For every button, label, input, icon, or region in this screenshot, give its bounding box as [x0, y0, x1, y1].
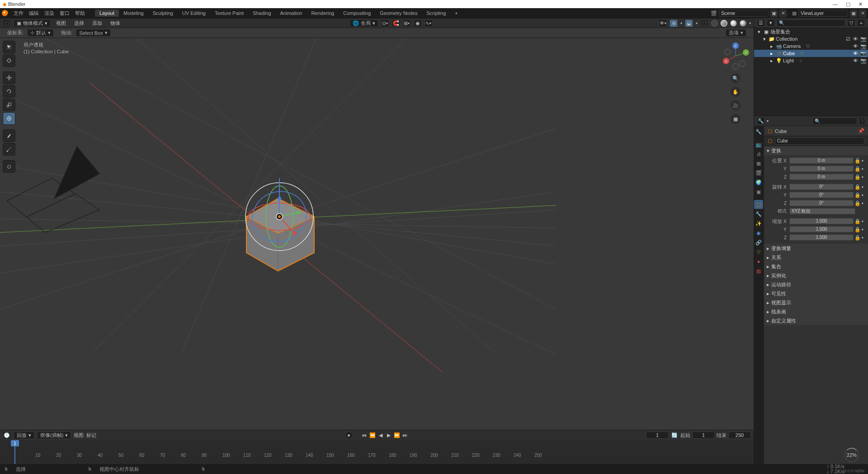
pan-button[interactable]: ✋	[731, 87, 741, 97]
outliner-display-mode[interactable]: ▾	[767, 19, 775, 27]
maximize-button[interactable]: ▢	[846, 1, 850, 7]
panel-header[interactable]: ▸实例化	[764, 271, 868, 280]
tab-constraints[interactable]: 🔗	[754, 238, 763, 247]
camera-icon[interactable]: 📷	[860, 43, 866, 49]
outliner-item-cube[interactable]: ▸ ▽ Cube ▽ 👁 📷	[754, 50, 868, 57]
tab-texture[interactable]: ▨	[754, 266, 763, 275]
ws-add[interactable]: +	[450, 9, 462, 17]
outliner-item-camera[interactable]: ▸ 📹 Camera ▽ 👁 📷	[754, 43, 868, 50]
panel-header[interactable]: ▸自定义属性	[764, 316, 868, 325]
tab-data[interactable]: ▽	[754, 247, 763, 256]
keying-dropdown[interactable]: 抠像(插帧)▾	[37, 431, 71, 439]
vp-menu-add[interactable]: 添加	[90, 19, 105, 28]
outliner-search-input[interactable]	[777, 19, 845, 27]
panel-transform-header[interactable]: ▾ 变换	[764, 146, 868, 155]
menu-help[interactable]: 帮助	[72, 9, 88, 18]
shading-dropdown[interactable]: ▾	[749, 21, 751, 25]
eye-icon[interactable]: 👁	[853, 58, 859, 64]
tab-object[interactable]: ▢	[754, 200, 763, 209]
tool-annotate[interactable]	[3, 129, 15, 142]
tool-add-cube[interactable]	[3, 160, 15, 173]
lock-icon[interactable]: 🔒	[854, 184, 861, 190]
tab-physics[interactable]: ◉	[754, 228, 763, 237]
tool-scale[interactable]	[3, 99, 15, 111]
shading-material[interactable]	[730, 20, 737, 27]
proportional-falloff-button[interactable]: ∿▾	[425, 19, 433, 27]
pin-icon[interactable]: 📌	[858, 128, 864, 134]
ws-texture-paint[interactable]: Texture Paint	[210, 9, 248, 17]
next-keyframe-button[interactable]: ⏩	[393, 431, 401, 439]
scene-new-button[interactable]: ▣	[770, 9, 778, 17]
outliner-tree[interactable]: ▾ ▣ 场景集合 ▾ 📁 Collection ☑ 👁 📷 ▸ �	[754, 28, 868, 116]
scale-y-input[interactable]: 1.000	[789, 226, 854, 232]
tab-collection[interactable]: ▣	[754, 187, 763, 196]
camera-icon[interactable]: 📷	[860, 51, 866, 57]
tool-select-box[interactable]	[3, 41, 15, 53]
tab-material[interactable]: ●	[754, 257, 763, 266]
jump-start-button[interactable]: ⏮	[361, 431, 368, 439]
tab-scene[interactable]: 🎬	[754, 168, 763, 177]
panel-header[interactable]: ▸关系	[764, 253, 868, 262]
ws-shading[interactable]: Shading	[248, 9, 275, 17]
ws-compositing[interactable]: Compositing	[339, 9, 375, 17]
object-name-input[interactable]	[775, 137, 864, 145]
rot-y-input[interactable]: 0°	[789, 192, 854, 198]
3d-viewport[interactable]: 用户透视 (1) Collection | Cube Z Y X	[0, 38, 754, 430]
end-frame-input[interactable]	[728, 431, 751, 439]
lock-icon[interactable]: 🔒	[854, 235, 861, 241]
proportional-button[interactable]: ◉	[414, 19, 422, 27]
tab-world[interactable]: 🌍	[754, 178, 763, 187]
viewlayer-input[interactable]	[798, 9, 848, 17]
minimize-button[interactable]: —	[833, 1, 838, 7]
eye-icon[interactable]: 👁	[853, 43, 859, 49]
tool-measure[interactable]	[3, 143, 15, 156]
start-frame-input[interactable]	[692, 431, 715, 439]
prev-keyframe-button[interactable]: ⏪	[369, 431, 376, 439]
timeline-editor-type[interactable]: 🕐	[3, 431, 11, 439]
mode-dropdown[interactable]: ▣ 物体模式 ▾	[14, 19, 51, 27]
options-dropdown[interactable]: 选项 ▾	[726, 29, 746, 37]
rot-x-input[interactable]: 0°	[789, 184, 854, 190]
tab-render[interactable]: 📺	[754, 140, 763, 149]
gizmo-button[interactable]: ⊕	[670, 19, 678, 27]
pos-z-input[interactable]: 0 m	[789, 174, 854, 180]
current-frame-input[interactable]	[646, 431, 669, 439]
viewlayer-delete-button[interactable]: ✕	[859, 9, 866, 17]
overlay-button[interactable]: ◒	[685, 19, 693, 27]
lock-icon[interactable]: 🔒	[854, 158, 861, 164]
playback-dropdown[interactable]: 回放▾	[14, 431, 34, 439]
vp-menu-view[interactable]: 视图	[53, 19, 69, 28]
ws-scripting[interactable]: Scripting	[422, 9, 450, 17]
menu-file[interactable]: 文件	[11, 9, 26, 18]
drag-dropdown[interactable]: Select Box ▾	[76, 29, 111, 37]
camera-view-button[interactable]: 🎥	[731, 100, 741, 110]
ws-rendering[interactable]: Rendering	[307, 9, 339, 17]
scene-delete-button[interactable]: ✕	[779, 9, 787, 17]
tool-rotate[interactable]	[3, 85, 15, 98]
scale-z-input[interactable]: 1.000	[789, 234, 854, 241]
ws-uv-editing[interactable]: UV Editing	[178, 9, 210, 17]
menu-render[interactable]: 渲染	[42, 9, 57, 18]
disclosure-icon[interactable]: ▾	[761, 36, 767, 42]
ws-modeling[interactable]: Modeling	[119, 9, 148, 17]
autokey-button[interactable]: ●	[345, 431, 353, 439]
outliner-filter-button[interactable]: ▽	[847, 19, 855, 27]
outliner-item-light[interactable]: ▸ 💡 Light ○ 👁 📷	[754, 57, 868, 64]
disclosure-icon[interactable]: ▸	[769, 58, 774, 64]
vp-menu-object[interactable]: 物体	[108, 19, 123, 28]
shading-solid[interactable]	[721, 20, 727, 27]
tab-tool[interactable]: 🔧	[754, 127, 763, 136]
rotation-mode-dropdown[interactable]: XYZ 欧拉	[789, 208, 855, 214]
zoom-button[interactable]: 🔍	[731, 73, 741, 83]
outliner-editor-type[interactable]: ☰	[757, 19, 765, 27]
tab-output[interactable]: 🖨	[754, 149, 763, 158]
ws-sculpting[interactable]: Sculpting	[148, 9, 178, 17]
disclosure-icon[interactable]: ▸	[769, 43, 774, 49]
editor-type-button[interactable]: ⬚	[3, 19, 11, 27]
tool-move[interactable]	[3, 71, 15, 84]
exclude-checkbox[interactable]: ☑	[845, 36, 851, 42]
eye-icon[interactable]: 👁	[853, 51, 859, 57]
lock-icon[interactable]: 🔒	[854, 166, 861, 172]
camera-icon[interactable]: 📷	[860, 36, 866, 42]
close-button[interactable]: ✕	[859, 1, 863, 7]
